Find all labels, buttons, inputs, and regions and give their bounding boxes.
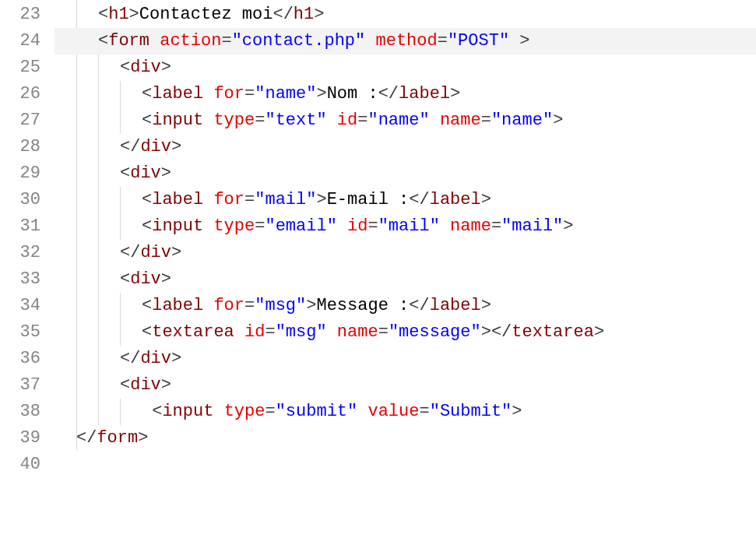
- line-number: 29: [0, 160, 40, 187]
- code-line[interactable]: <label for="name">Nom :</label>: [55, 81, 756, 107]
- code-line[interactable]: <textarea id="msg" name="message"></text…: [55, 319, 756, 346]
- code-token: [203, 190, 213, 209]
- code-token: >: [316, 190, 326, 209]
- code-line[interactable]: </div>: [55, 346, 756, 372]
- code-token: div: [140, 243, 171, 262]
- line-number: 25: [0, 54, 40, 81]
- line-number: 36: [0, 346, 40, 372]
- code-line[interactable]: <div>: [55, 160, 756, 187]
- code-token: =: [265, 322, 275, 342]
- code-token: textarea: [512, 322, 594, 342]
- code-token: input: [152, 111, 203, 130]
- code-token: =: [367, 216, 378, 236]
- code-token: >: [594, 322, 604, 342]
- code-token: </: [120, 243, 140, 262]
- code-token: >: [519, 31, 529, 51]
- code-token: </: [273, 5, 293, 24]
- code-line[interactable]: <div>: [55, 54, 756, 81]
- code-token: "Submit": [430, 402, 512, 421]
- code-token: h1: [108, 5, 128, 24]
- line-number: 39: [0, 425, 40, 452]
- code-token: textarea: [152, 322, 234, 342]
- code-token: <: [152, 402, 162, 421]
- code-line[interactable]: <label for="msg">Message :</label>: [55, 293, 756, 319]
- line-number: 28: [0, 134, 40, 160]
- code-line[interactable]: <input type="submit" value="Submit">: [55, 399, 756, 425]
- code-token: >: [161, 163, 171, 183]
- code-token: div: [140, 349, 171, 368]
- code-token: input: [162, 402, 213, 421]
- code-token: =: [419, 402, 429, 421]
- code-token: >: [171, 349, 181, 368]
- code-token: [327, 111, 337, 130]
- code-token: "contact.php": [232, 31, 366, 51]
- code-token: <: [120, 269, 130, 289]
- code-line[interactable]: <form action="contact.php" method="POST"…: [55, 28, 756, 54]
- code-token: </: [120, 349, 140, 368]
- code-token: [509, 31, 519, 51]
- code-token: "name": [491, 111, 553, 130]
- code-token: [337, 216, 347, 236]
- code-token: =: [221, 31, 231, 51]
- code-token: [149, 31, 160, 51]
- code-token: div: [130, 375, 161, 395]
- code-token: "msg": [276, 322, 327, 342]
- code-line[interactable]: <h1>Contactez moi</h1>: [55, 2, 756, 28]
- code-line[interactable]: </form>: [55, 425, 756, 452]
- code-token: "text": [265, 111, 326, 130]
- line-number: 32: [0, 240, 40, 266]
- code-token: </: [120, 137, 140, 156]
- code-token: "msg": [255, 296, 306, 315]
- code-token: for: [213, 190, 244, 209]
- code-token: name: [440, 111, 481, 130]
- code-token: <: [142, 84, 152, 104]
- code-token: id: [244, 322, 265, 342]
- code-token: name: [450, 216, 491, 236]
- code-line[interactable]: [55, 452, 756, 478]
- code-token: >: [306, 296, 316, 315]
- code-token: >: [316, 84, 326, 104]
- code-token: </: [409, 296, 429, 315]
- code-token: method: [375, 31, 437, 51]
- code-token: label: [152, 296, 203, 315]
- code-token: </: [409, 190, 429, 209]
- code-line[interactable]: <div>: [55, 372, 756, 399]
- code-token: for: [213, 84, 244, 104]
- code-token: <: [142, 216, 152, 236]
- code-token: label: [399, 84, 450, 104]
- code-token: [203, 216, 213, 236]
- line-number: 40: [0, 452, 40, 478]
- code-token: [142, 402, 152, 421]
- code-token: id: [347, 216, 367, 236]
- code-token: div: [130, 269, 161, 289]
- code-token: <: [120, 375, 130, 395]
- code-line[interactable]: </div>: [55, 134, 756, 160]
- code-line[interactable]: <input type="text" id="name" name="name"…: [55, 107, 756, 134]
- code-token: >: [171, 137, 181, 156]
- code-line[interactable]: <input type="email" id="mail" name="mail…: [55, 213, 756, 240]
- code-token: [430, 111, 440, 130]
- code-token: =: [265, 402, 275, 421]
- code-token: label: [152, 190, 203, 209]
- code-token: <: [98, 31, 108, 51]
- code-token: >: [129, 5, 139, 24]
- code-line[interactable]: </div>: [55, 240, 756, 266]
- code-editor-area[interactable]: <h1>Contactez moi</h1><form action="cont…: [55, 0, 756, 559]
- line-number: 33: [0, 266, 40, 293]
- line-number: 23: [0, 2, 40, 28]
- code-line[interactable]: <label for="mail">E-mail :</label>: [55, 187, 756, 213]
- code-token: >: [450, 84, 460, 104]
- code-token: <: [142, 296, 152, 315]
- code-token: type: [224, 402, 265, 421]
- code-token: "mail": [378, 216, 440, 236]
- code-token: >: [563, 216, 573, 236]
- code-token: "POST": [448, 31, 509, 51]
- code-token: >: [481, 322, 491, 342]
- code-token: label: [430, 296, 481, 315]
- code-token: </: [378, 84, 399, 104]
- code-token: =: [438, 31, 448, 51]
- code-token: [203, 84, 213, 104]
- line-number: 30: [0, 187, 40, 213]
- code-line[interactable]: <div>: [55, 266, 756, 293]
- code-token: =: [244, 296, 255, 315]
